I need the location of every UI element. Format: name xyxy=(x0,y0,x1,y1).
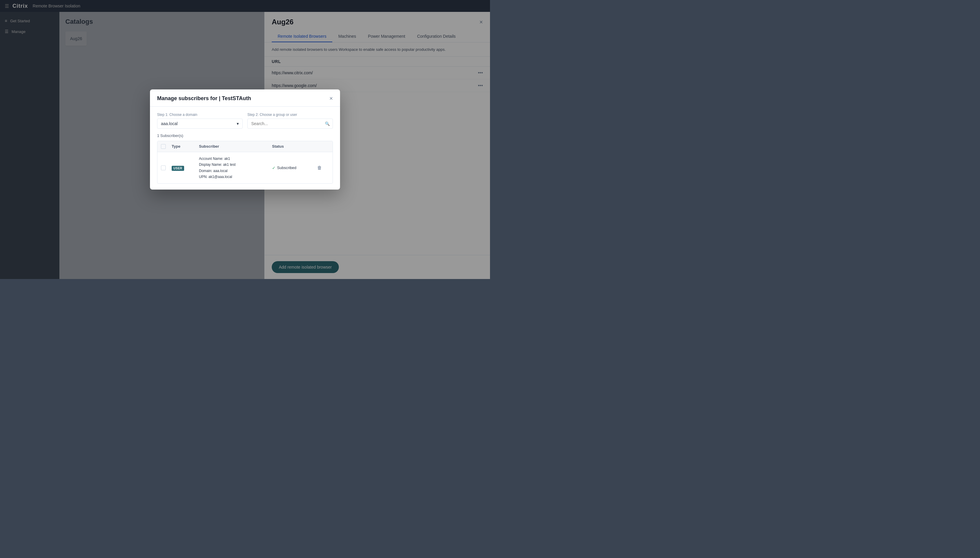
modal-overlay: Manage subscribers for | TestSTAuth × St… xyxy=(0,0,490,279)
step2-group: Step 2: Choose a group or user 🔍 xyxy=(247,113,333,129)
select-all-checkbox[interactable] xyxy=(161,144,166,149)
row-checkbox[interactable] xyxy=(161,166,166,170)
subscriber-row: USER Account Name: ak1 Display Name: ak1… xyxy=(157,152,333,184)
search-input[interactable] xyxy=(247,118,333,129)
modal: Manage subscribers for | TestSTAuth × St… xyxy=(150,89,340,190)
subscribers-table: Type Subscriber Status USER Account Name… xyxy=(157,141,333,184)
modal-body: Step 1: Choose a domain aaa.local ▾ Step… xyxy=(150,107,340,190)
checkmark-icon: ✓ xyxy=(272,166,276,170)
user-type-badge: USER xyxy=(172,166,184,171)
modal-title: Manage subscribers for | TestSTAuth xyxy=(157,95,251,102)
step1-label: Step 1: Choose a domain xyxy=(157,113,243,117)
domain-selected-value: aaa.local xyxy=(161,121,178,126)
type-column-header: Type xyxy=(172,144,195,149)
status-subscribed: ✓ Subscribed xyxy=(272,166,314,170)
modal-close-button[interactable]: × xyxy=(329,95,333,101)
steps-row: Step 1: Choose a domain aaa.local ▾ Step… xyxy=(157,113,333,129)
table-header-row: Type Subscriber Status xyxy=(157,141,333,152)
subscriber-info: Account Name: ak1 Display Name: ak1 test… xyxy=(199,156,268,180)
subscriber-column-header: Subscriber xyxy=(199,144,268,149)
search-wrapper: 🔍 xyxy=(247,118,333,129)
status-text: Subscribed xyxy=(277,166,296,170)
chevron-down-icon: ▾ xyxy=(237,121,239,126)
modal-header: Manage subscribers for | TestSTAuth × xyxy=(150,89,340,107)
step1-group: Step 1: Choose a domain aaa.local ▾ xyxy=(157,113,243,129)
search-icon[interactable]: 🔍 xyxy=(325,121,330,126)
step2-label: Step 2: Choose a group or user xyxy=(247,113,333,117)
subscriber-count: 1 Subscriber(s) xyxy=(157,133,333,138)
domain-select[interactable]: aaa.local ▾ xyxy=(157,118,243,129)
delete-subscriber-button[interactable]: 🗑 xyxy=(317,165,322,171)
status-column-header: Status xyxy=(272,144,314,149)
